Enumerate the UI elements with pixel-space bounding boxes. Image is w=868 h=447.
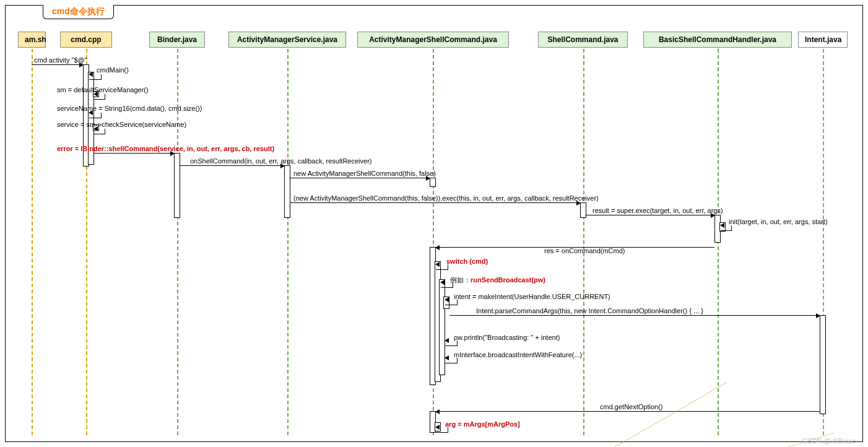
message: service = sm->checkService(serviceName)	[57, 121, 186, 128]
participant-amsc: ActivityManagerShellCommand.java	[357, 32, 509, 48]
message: cmdMain()	[97, 66, 129, 74]
self-arrow	[445, 341, 458, 346]
self-arrow	[436, 427, 448, 433]
lifeline	[583, 49, 584, 435]
arrow	[290, 202, 580, 203]
participant-ams: ActivityManagerService.java	[228, 32, 346, 48]
participant-cmd: cmd.cpp	[60, 32, 112, 48]
self-arrow	[721, 225, 732, 231]
self-arrow	[436, 264, 448, 270]
message: arg = mArgs[mArgPos]	[445, 420, 520, 428]
participant-bsch: BasicShellCommandHandler.java	[643, 32, 792, 48]
lifeline	[32, 49, 33, 435]
activation	[284, 165, 290, 218]
arrow	[436, 411, 820, 412]
message: init(target, in, out, err, args, start)	[729, 218, 828, 225]
message: (new ActivityManagerShellCommand(this, f…	[293, 194, 599, 202]
watermark: CSDN @xhBruce	[802, 437, 856, 445]
activation	[439, 279, 445, 375]
self-arrow	[441, 282, 453, 288]
arrow	[180, 165, 284, 166]
participant-am: am.sh	[18, 32, 46, 48]
activation	[430, 178, 436, 187]
participant-intent: Intent.java	[798, 32, 848, 48]
message: res = onCommand(mCmd)	[544, 247, 625, 254]
participant-binder: Binder.java	[149, 32, 205, 48]
message: sm = defaultServiceManager()	[57, 86, 149, 93]
message: switch (cmd)	[446, 258, 488, 265]
self-arrow	[94, 94, 105, 100]
activation	[820, 315, 826, 414]
message: result = super.exec(target, in, out, err…	[592, 207, 723, 214]
self-arrow	[89, 113, 102, 118]
message: intent = makeIntent(UserHandle.USER_CURR…	[454, 293, 610, 300]
message: mInterface.broadcastIntentWithFeature(..…	[454, 351, 582, 358]
lifeline	[287, 49, 289, 435]
arrow	[32, 64, 83, 65]
arrow	[290, 178, 430, 178]
return-dash	[475, 382, 727, 447]
self-arrow	[89, 74, 102, 80]
message: 例如：runSendBroadcast(pw)	[450, 276, 545, 285]
diagram-title: cmd命令执行	[43, 5, 114, 19]
activation	[580, 202, 586, 218]
self-arrow	[94, 129, 105, 134]
return-dash	[458, 433, 835, 447]
activation	[174, 153, 180, 218]
arrow	[449, 315, 820, 316]
message: pw.println("Broadcasting: " + intent)	[454, 334, 560, 341]
self-arrow	[445, 358, 458, 363]
arrow	[94, 153, 174, 154]
message: new ActivityManagerShellCommand(this, fa…	[293, 170, 436, 177]
message: error = IBinder::shellCommand(service, i…	[57, 145, 274, 152]
message: Intent.parseCommandArgs(this, new Intent…	[476, 307, 703, 315]
participant-sc: ShellCommand.java	[538, 32, 628, 48]
message: cmd.getNextOption()	[600, 403, 662, 410]
message: serviceName = String16(cmd.data(), cmd.s…	[57, 105, 202, 112]
arrow	[586, 215, 714, 215]
self-arrow	[445, 300, 458, 305]
arrow	[436, 247, 714, 248]
